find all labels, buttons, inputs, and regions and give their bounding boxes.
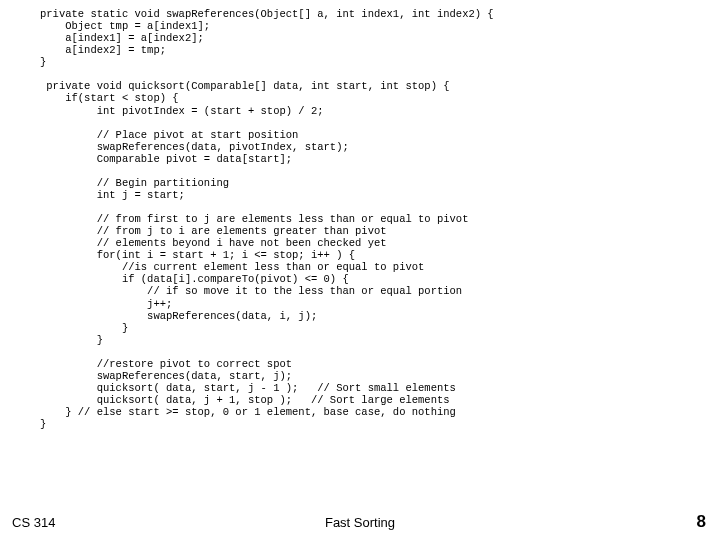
code-listing: private static void swapReferences(Objec… — [40, 8, 494, 430]
page-number: 8 — [697, 512, 706, 532]
course-label: CS 314 — [12, 515, 55, 530]
slide-title: Fast Sorting — [325, 515, 395, 530]
